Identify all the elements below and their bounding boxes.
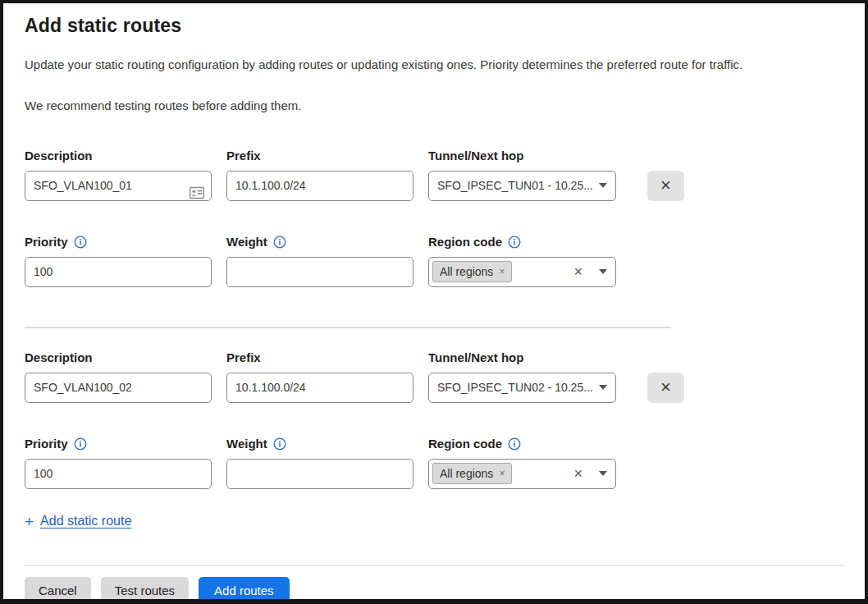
region-code-label: Region code bbox=[428, 437, 502, 451]
priority-field-group: Priority bbox=[25, 436, 212, 489]
recommendation-text: We recommend testing routes before addin… bbox=[25, 98, 843, 114]
intro-text: Update your static routing configuration… bbox=[25, 57, 843, 73]
priority-label: Priority bbox=[25, 437, 68, 451]
weight-input[interactable] bbox=[226, 459, 413, 489]
weight-field-group: Weight bbox=[226, 234, 413, 287]
priority-label: Priority bbox=[25, 235, 68, 249]
chevron-down-icon bbox=[599, 269, 607, 274]
prefix-input[interactable] bbox=[226, 373, 413, 403]
region-code-label: Region code bbox=[428, 235, 502, 249]
tunnel-selected-value: SFO_IPSEC_TUN01 - 10.25... bbox=[437, 179, 592, 192]
description-label: Description bbox=[25, 350, 93, 364]
region-code-select[interactable]: All regions × × bbox=[428, 257, 616, 287]
priority-input[interactable] bbox=[25, 459, 212, 489]
info-icon[interactable] bbox=[74, 236, 87, 249]
remove-route-button[interactable]: × bbox=[647, 171, 684, 201]
add-static-routes-dialog: Add static routes Update your static rou… bbox=[0, 0, 868, 604]
clear-selection-icon[interactable]: × bbox=[573, 264, 582, 279]
region-code-field-group: Region code All regions × × bbox=[428, 234, 616, 287]
weight-label: Weight bbox=[226, 235, 267, 249]
tunnel-next-hop-label: Tunnel/Next hop bbox=[428, 350, 523, 364]
prefix-field-group: Prefix bbox=[226, 148, 413, 201]
region-tag-label: All regions bbox=[440, 265, 493, 278]
route-entry-1: Description Prefix bbox=[25, 148, 843, 287]
remove-route-button[interactable]: × bbox=[647, 373, 684, 403]
prefix-label: Prefix bbox=[226, 350, 261, 364]
clear-selection-icon[interactable]: × bbox=[573, 466, 582, 481]
route-section-divider bbox=[25, 327, 671, 328]
tunnel-next-hop-label: Tunnel/Next hop bbox=[428, 149, 523, 162]
chevron-down-icon bbox=[599, 183, 607, 188]
tag-close-icon[interactable]: × bbox=[499, 267, 505, 277]
description-field-group: Description bbox=[25, 148, 212, 201]
region-code-select[interactable]: All regions × × bbox=[428, 459, 616, 489]
tag-close-icon[interactable]: × bbox=[499, 469, 505, 478]
cancel-button[interactable]: Cancel bbox=[25, 577, 91, 604]
info-icon[interactable] bbox=[74, 437, 87, 451]
page-title: Add static routes bbox=[25, 15, 843, 37]
add-routes-button[interactable]: Add routes bbox=[199, 577, 290, 604]
add-static-route-link[interactable]: + Add static route bbox=[25, 514, 131, 529]
description-input[interactable] bbox=[25, 373, 212, 403]
add-static-route-label: Add static route bbox=[40, 514, 131, 528]
priority-field-group: Priority bbox=[25, 234, 212, 287]
priority-input[interactable] bbox=[25, 257, 212, 287]
weight-label: Weight bbox=[226, 437, 267, 451]
route-entry-2: Description Prefix Tunnel/Next hop SFO_I… bbox=[25, 350, 843, 489]
weight-input[interactable] bbox=[226, 257, 413, 287]
region-tag: All regions × bbox=[432, 463, 512, 484]
info-icon[interactable] bbox=[273, 437, 286, 451]
chevron-down-icon bbox=[599, 471, 607, 476]
chevron-down-icon bbox=[599, 385, 607, 390]
close-icon: × bbox=[660, 378, 671, 396]
description-field-group: Description bbox=[25, 350, 212, 403]
region-tag: All regions × bbox=[432, 261, 512, 282]
prefix-input[interactable] bbox=[226, 171, 413, 201]
region-tag-label: All regions bbox=[440, 467, 493, 480]
info-icon[interactable] bbox=[273, 236, 286, 249]
weight-field-group: Weight bbox=[226, 436, 413, 489]
tunnel-selected-value: SFO_IPSEC_TUN02 - 10.25... bbox=[437, 381, 592, 394]
prefix-label: Prefix bbox=[226, 149, 261, 162]
prefix-field-group: Prefix bbox=[226, 350, 413, 403]
footer-actions: Cancel Test routes Add routes bbox=[25, 566, 843, 604]
description-input[interactable] bbox=[25, 171, 212, 201]
region-code-field-group: Region code All regions × × bbox=[428, 436, 616, 489]
description-label: Description bbox=[25, 149, 93, 162]
info-icon[interactable] bbox=[508, 236, 521, 249]
info-icon[interactable] bbox=[508, 437, 521, 451]
plus-icon: + bbox=[25, 514, 34, 529]
tunnel-select[interactable]: SFO_IPSEC_TUN01 - 10.25... bbox=[428, 171, 616, 201]
test-routes-button[interactable]: Test routes bbox=[101, 577, 189, 604]
tunnel-field-group: Tunnel/Next hop SFO_IPSEC_TUN02 - 10.25.… bbox=[428, 350, 616, 403]
tunnel-select[interactable]: SFO_IPSEC_TUN02 - 10.25... bbox=[428, 373, 616, 403]
tunnel-field-group: Tunnel/Next hop SFO_IPSEC_TUN01 - 10.25.… bbox=[428, 148, 616, 201]
close-icon: × bbox=[660, 176, 671, 194]
